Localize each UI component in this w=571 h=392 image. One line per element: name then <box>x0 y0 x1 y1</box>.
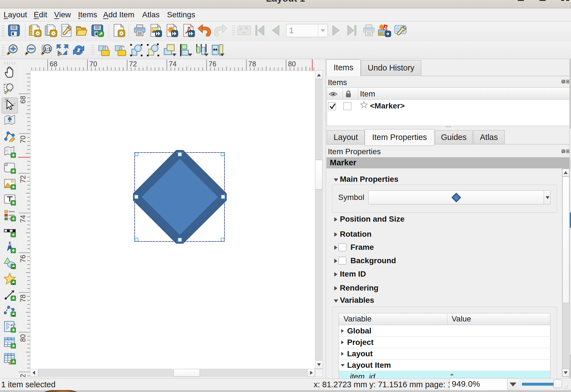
svg-text:82: 82 <box>19 374 27 377</box>
svg-text:80: 80 <box>19 334 27 342</box>
svg-text:N: N <box>8 243 10 247</box>
svg-text:72: 72 <box>129 60 137 68</box>
svg-text:68: 68 <box>19 96 27 104</box>
svg-text:1:1: 1:1 <box>44 47 51 52</box>
svg-text:74: 74 <box>19 215 27 223</box>
svg-text:70: 70 <box>89 60 97 68</box>
svg-text:72: 72 <box>19 175 27 183</box>
svg-text:78: 78 <box>248 60 256 68</box>
svg-text:74: 74 <box>169 60 177 68</box>
svg-text:78: 78 <box>19 294 27 302</box>
svg-text:</>: </> <box>10 323 16 328</box>
svg-text:80: 80 <box>288 60 296 68</box>
svg-text:68: 68 <box>50 60 57 68</box>
svg-text:76: 76 <box>19 255 27 263</box>
svg-text:70: 70 <box>19 135 27 143</box>
svg-text:76: 76 <box>209 60 216 68</box>
